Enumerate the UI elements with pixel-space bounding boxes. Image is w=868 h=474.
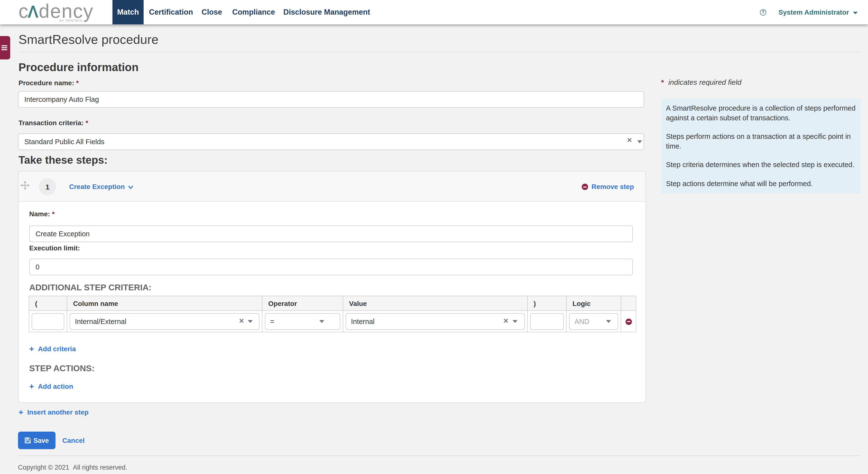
- svg-text:BY TRINTECH: BY TRINTECH: [59, 19, 83, 22]
- svg-text:c: c: [19, 1, 29, 22]
